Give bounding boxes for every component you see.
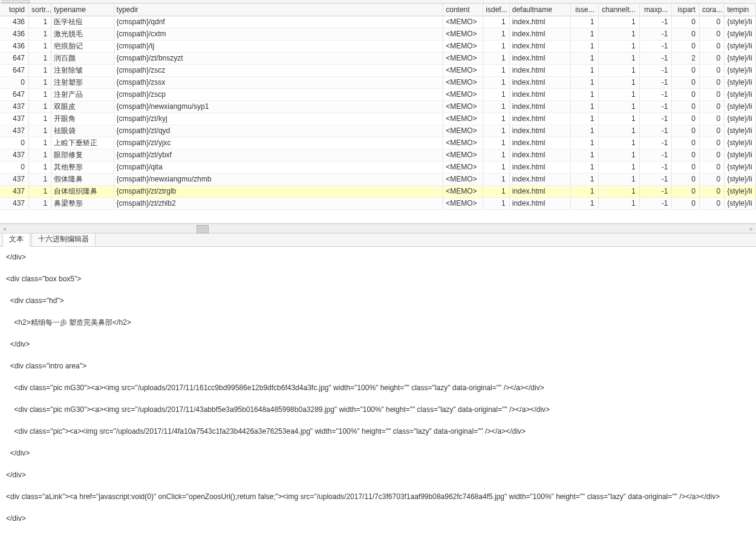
column-header-typedir[interactable]: typedir [114, 4, 443, 16]
cell-content: <MEMO> [443, 16, 483, 28]
grid-body[interactable]: 4361医学祛痘{cmspath}/qdnf<MEMO>1index.html1… [0, 16, 756, 209]
cell-content: <MEMO> [443, 113, 483, 125]
cell-sortr: 1 [29, 76, 51, 88]
scroll-thumb[interactable] [197, 225, 209, 233]
cell-isdef: 1 [483, 149, 509, 161]
table-row[interactable]: 01上睑下垂矫正{cmspath}/zt/yjxc<MEMO>1index.ht… [0, 137, 756, 149]
tab-hex[interactable]: 十六进制编辑器 [31, 232, 96, 246]
cell-sortr: 1 [29, 125, 51, 137]
content-editor[interactable]: </div> <div class="box box5"> <div class… [0, 247, 756, 541]
cell-content: <MEMO> [443, 52, 483, 64]
column-header-cora[interactable]: cora... [699, 4, 724, 16]
toolbar-btn[interactable] [2, 1, 10, 3]
table-row[interactable]: 6471注射除皱{cmspath}/zscz<MEMO>1index.html1… [0, 64, 756, 76]
table-row[interactable]: 4371假体隆鼻{cmspath}/newxiangmu/zhmb<MEMO>1… [0, 173, 756, 185]
column-header-channelt[interactable]: channelt... [598, 4, 639, 16]
cell-content: <MEMO> [443, 173, 483, 185]
cell-isse: 1 [571, 16, 598, 28]
table-row[interactable]: 4361医学祛痘{cmspath}/qdnf<MEMO>1index.html1… [0, 16, 756, 28]
cell-isse: 1 [571, 52, 598, 64]
cell-typename: 眼部修复 [51, 149, 114, 161]
cell-isdef: 1 [483, 100, 509, 113]
cell-tempin: {style}/li [725, 137, 756, 149]
cell-defaultname: index.html [509, 197, 570, 209]
cell-topid: 436 [0, 28, 29, 40]
cell-maxp: -1 [639, 125, 672, 137]
cell-typedir: {cmspath}/zt/ztrglb [114, 185, 443, 197]
cell-cora: 0 [699, 100, 724, 113]
table-row[interactable]: 01其他整形{cmspath}/qita<MEMO>1index.html11-… [0, 161, 756, 173]
cell-defaultname: index.html [509, 64, 570, 76]
column-header-ispart[interactable]: ispart [672, 4, 699, 16]
table-row[interactable]: 4371眼部修复{cmspath}/zt/ybxf<MEMO>1index.ht… [0, 149, 756, 161]
column-header-sortr[interactable]: sortr... [29, 4, 51, 16]
cell-sortr: 1 [29, 113, 51, 125]
cell-tempin: {style}/li [725, 197, 756, 209]
cell-typedir: {cmspath}/newxiangmu/zhmb [114, 173, 443, 185]
cell-tempin: {style}/li [725, 161, 756, 173]
cell-sortr: 1 [29, 149, 51, 161]
column-header-topid[interactable]: topid [0, 4, 29, 16]
toolbar-btn[interactable] [21, 1, 30, 3]
table-row[interactable]: 4371自体组织隆鼻{cmspath}/zt/ztrglb<MEMO>1inde… [0, 185, 756, 197]
cell-cora: 0 [699, 28, 724, 40]
scroll-left-arrow[interactable]: < [0, 224, 10, 234]
cell-isdef: 1 [483, 173, 509, 185]
cell-content: <MEMO> [443, 197, 483, 209]
toolbar-btn[interactable] [11, 1, 20, 3]
cell-maxp: -1 [639, 185, 672, 197]
column-header-typename[interactable]: typename [51, 4, 114, 16]
cell-content: <MEMO> [443, 88, 483, 100]
table-row[interactable]: 6471注射产品{cmspath}/zscp<MEMO>1index.html1… [0, 88, 756, 100]
cell-topid: 0 [0, 76, 29, 88]
cell-tempin: {style}/li [725, 40, 756, 52]
cell-cora: 0 [699, 113, 724, 125]
cell-sortr: 1 [29, 197, 51, 209]
cell-typedir: {cmspath}/qita [114, 161, 443, 173]
cell-maxp: -1 [639, 113, 672, 125]
table-row[interactable]: 6471润百颜{cmspath}/zt/bnszyzt<MEMO>1index.… [0, 52, 756, 64]
cell-sortr: 1 [29, 40, 51, 52]
column-header-isse[interactable]: isse... [571, 4, 598, 16]
table-row[interactable]: 4371开眼角{cmspath}/zt/kyj<MEMO>1index.html… [0, 113, 756, 125]
cell-sortr: 1 [29, 173, 51, 185]
cell-topid: 437 [0, 197, 29, 209]
table-row[interactable]: 01注射塑形{cmspath}/zssx<MEMO>1index.html11-… [0, 76, 756, 88]
horizontal-scrollbar[interactable]: < > [0, 224, 756, 233]
cell-tempin: {style}/li [725, 64, 756, 76]
table-row[interactable]: 4371双眼皮{cmspath}/newxiangmu/syp1<MEMO>1i… [0, 100, 756, 113]
cell-sortr: 1 [29, 52, 51, 64]
cell-defaultname: index.html [509, 40, 570, 52]
cell-tempin: {style}/li [725, 28, 756, 40]
cell-isdef: 1 [483, 16, 509, 28]
cell-tempin: {style}/li [725, 173, 756, 185]
table-row[interactable]: 4361疤痕胎记{cmspath}/tj<MEMO>1index.html11-… [0, 40, 756, 52]
cell-tempin: {style}/li [725, 76, 756, 88]
cell-defaultname: index.html [509, 137, 570, 149]
column-header-content[interactable]: content [443, 4, 483, 16]
cell-isse: 1 [571, 149, 598, 161]
cell-maxp: -1 [639, 88, 672, 100]
table-row[interactable]: 4371祛眼袋{cmspath}/zt/qyd<MEMO>1index.html… [0, 125, 756, 137]
cell-content: <MEMO> [443, 149, 483, 161]
column-header-maxp[interactable]: maxp... [639, 4, 672, 16]
column-header-isdef[interactable]: isdef... [483, 4, 509, 16]
cell-topid: 437 [0, 100, 29, 113]
data-grid[interactable]: topidsortr...typenametypedircontentisdef… [0, 4, 756, 224]
scroll-right-arrow[interactable]: > [746, 224, 756, 234]
cell-content: <MEMO> [443, 100, 483, 113]
table-row[interactable]: 4371鼻梁整形{cmspath}/zt/zhlb2<MEMO>1index.h… [0, 197, 756, 209]
cell-tempin: {style}/li [725, 88, 756, 100]
table-row[interactable]: 4361激光脱毛{cmspath}/cxtm<MEMO>1index.html1… [0, 28, 756, 40]
column-header-tempin[interactable]: tempin [725, 4, 756, 16]
cell-cora: 0 [699, 185, 724, 197]
cell-content: <MEMO> [443, 64, 483, 76]
cell-channelt: 1 [598, 161, 639, 173]
cell-defaultname: index.html [509, 149, 570, 161]
column-header-defaultname[interactable]: defaultname [509, 4, 570, 16]
cell-sortr: 1 [29, 28, 51, 40]
cell-topid: 647 [0, 52, 29, 64]
cell-typename: 假体隆鼻 [51, 173, 114, 185]
cell-typedir: {cmspath}/zscp [114, 88, 443, 100]
cell-channelt: 1 [598, 40, 639, 52]
